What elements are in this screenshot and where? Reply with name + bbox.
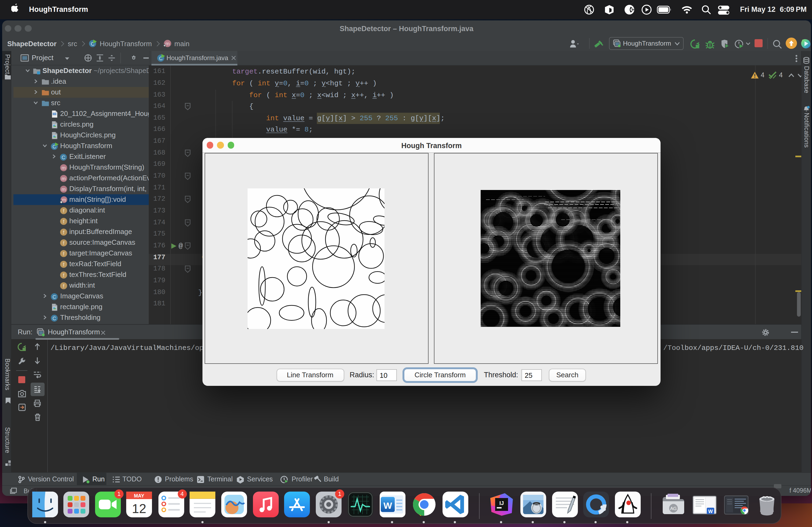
svg-text:m: m	[61, 165, 66, 170]
svg-text:f: f	[63, 283, 64, 288]
svg-text:f: f	[63, 219, 64, 224]
svg-text:f: f	[63, 208, 64, 213]
svg-text:MAY: MAY	[134, 493, 144, 498]
svg-text:12: 12	[132, 501, 146, 515]
svg-text:W: W	[708, 509, 713, 514]
svg-text:m: m	[61, 186, 66, 192]
svg-text:C: C	[62, 154, 65, 160]
svg-text:IJ: IJ	[499, 500, 504, 506]
svg-text:C: C	[53, 294, 56, 299]
svg-text:f: f	[63, 251, 64, 256]
svg-text:W: W	[383, 500, 392, 510]
svg-text:m: m	[61, 176, 66, 181]
svg-text:f: f	[63, 229, 64, 235]
svg-text:C: C	[53, 315, 56, 321]
svg-text:f: f	[63, 261, 64, 267]
svg-text:f: f	[63, 272, 64, 278]
svg-text:f: f	[63, 240, 64, 245]
svg-text:AG: AG	[670, 506, 677, 511]
